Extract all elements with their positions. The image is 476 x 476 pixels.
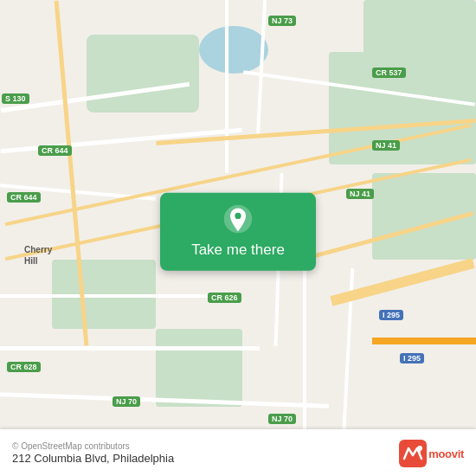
road-badge: CR 626 — [208, 293, 241, 303]
moovit-logo-icon — [399, 440, 427, 467]
road — [0, 346, 260, 351]
green-area — [87, 35, 199, 113]
take-me-there-card[interactable]: Take me there — [160, 193, 316, 271]
take-me-there-label: Take me there — [191, 241, 285, 259]
water-area — [199, 26, 268, 74]
road-badge: CR 644 — [38, 145, 72, 156]
road-badge: I 295 — [379, 310, 403, 320]
road-badge: NJ 70 — [268, 414, 296, 424]
road-badge: NJ 41 — [372, 140, 400, 151]
moovit-logo: moovit — [399, 440, 464, 467]
road-badge: CR 644 — [7, 192, 41, 203]
road-badge: NJ 70 — [113, 396, 140, 407]
road — [0, 294, 225, 298]
road-badge: S 130 — [2, 93, 29, 104]
road-badge: I 295 — [400, 353, 424, 363]
road-badge: CR 628 — [7, 362, 41, 372]
city-label: CherryHill — [24, 244, 52, 267]
location-pin-icon — [222, 205, 254, 236]
road — [225, 0, 228, 173]
green-area — [156, 329, 242, 407]
road-badge: CR 537 — [372, 68, 406, 78]
road-badge: NJ 41 — [346, 189, 374, 199]
bottom-bar: © OpenStreetMap contributors 212 Columbi… — [0, 429, 476, 476]
road-orange — [372, 338, 476, 344]
svg-point-3 — [417, 446, 422, 451]
attribution-text: © OpenStreetMap contributors — [12, 441, 174, 451]
road-badge: NJ 73 — [268, 16, 296, 26]
green-area — [363, 0, 476, 61]
svg-point-1 — [235, 213, 241, 219]
address-text: 212 Columbia Blvd, Philadelphia — [12, 452, 174, 465]
moovit-brand-text: moovit — [428, 447, 464, 460]
map-container: S 130CR 644CR 644NJ 73CR 537NJ 41NJ 41CR… — [0, 0, 476, 476]
road — [303, 260, 306, 433]
